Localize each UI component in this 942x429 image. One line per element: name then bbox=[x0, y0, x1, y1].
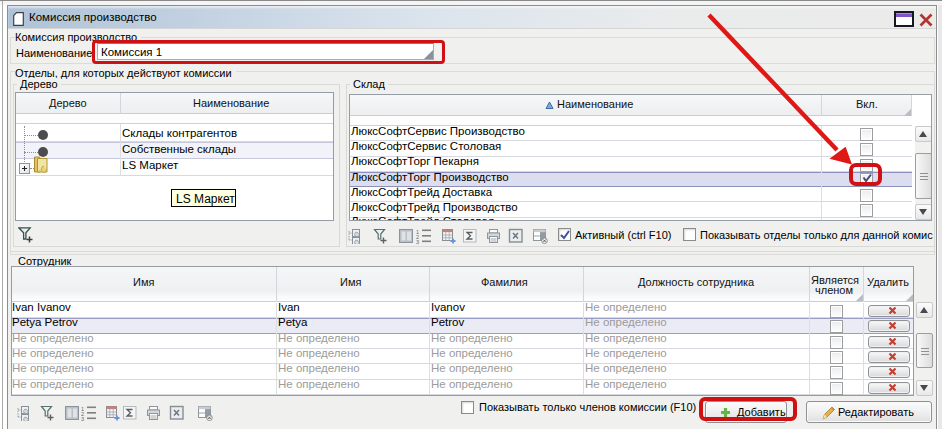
svg-text:3: 3 bbox=[416, 239, 419, 245]
svg-text:3: 3 bbox=[81, 416, 84, 422]
